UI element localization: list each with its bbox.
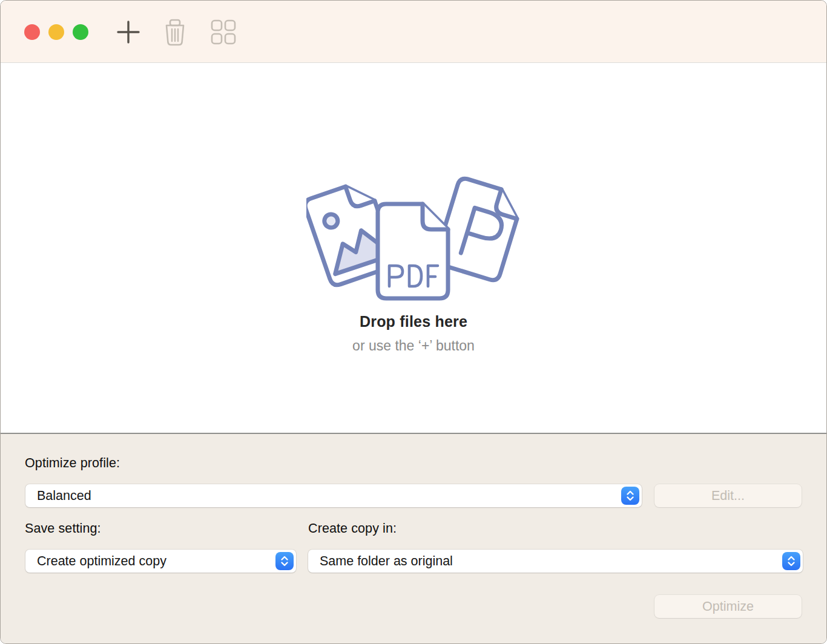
- optimize-profile-label: Optimize profile:: [25, 456, 120, 471]
- edit-profile-button[interactable]: Edit...: [654, 484, 802, 507]
- settings-panel: Optimize profile: Balanced Edit... Save …: [1, 434, 826, 644]
- select-chevrons-icon: [782, 552, 800, 570]
- grid-icon: [211, 19, 236, 45]
- view-grid-button[interactable]: [209, 1, 238, 63]
- zoom-window-button[interactable]: [73, 24, 88, 40]
- optimize-button[interactable]: Optimize: [654, 595, 802, 618]
- drop-subtitle: or use the ‘+’ button: [1, 338, 826, 354]
- plus-icon: [115, 19, 142, 45]
- add-files-button[interactable]: [113, 1, 143, 63]
- files-illustration-icon: [306, 163, 521, 307]
- app-window: Drop files here or use the ‘+’ button Op…: [0, 0, 827, 644]
- copy-folder-select-value: Same folder as original: [320, 554, 453, 569]
- profile-select[interactable]: Balanced: [25, 484, 642, 507]
- titlebar: [1, 1, 826, 63]
- copy-folder-select[interactable]: Same folder as original: [308, 550, 803, 573]
- save-setting-select[interactable]: Create optimized copy: [25, 550, 296, 573]
- save-setting-select-value: Create optimized copy: [37, 554, 166, 569]
- select-chevrons-icon: [275, 552, 294, 570]
- trash-icon: [163, 18, 187, 46]
- profile-select-value: Balanced: [37, 488, 91, 504]
- select-chevrons-icon: [621, 487, 639, 505]
- drop-zone[interactable]: Drop files here or use the ‘+’ button: [1, 64, 826, 433]
- save-setting-label: Save setting:: [25, 521, 101, 536]
- close-window-button[interactable]: [24, 24, 40, 40]
- minimize-window-button[interactable]: [48, 24, 64, 40]
- delete-files-button[interactable]: [160, 1, 189, 63]
- create-copy-in-label: Create copy in:: [308, 521, 397, 536]
- drop-title: Drop files here: [1, 313, 826, 330]
